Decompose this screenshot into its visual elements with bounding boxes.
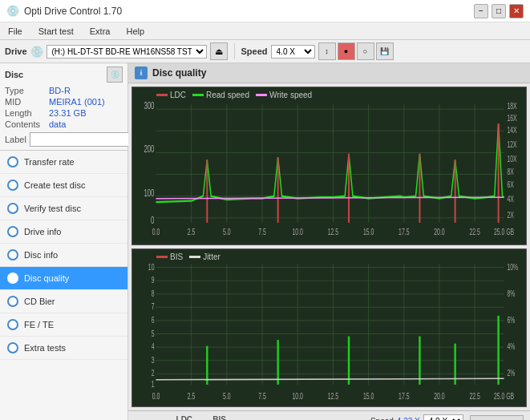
svg-text:6%: 6%	[507, 315, 515, 325]
svg-text:4: 4	[152, 342, 155, 352]
svg-text:1: 1	[152, 379, 155, 389]
svg-text:5: 5	[152, 329, 155, 338]
svg-text:25.0 GB: 25.0 GB	[494, 391, 514, 401]
speed-icon-btn-2[interactable]: ●	[338, 42, 355, 60]
speed-icon-btn-3[interactable]: ○	[357, 42, 374, 60]
drive-selector[interactable]: (H:) HL-DT-ST BD-RE WH16NS58 TST4	[47, 45, 207, 59]
svg-text:10: 10	[148, 262, 155, 272]
speed-icons: ↕ ● ○ 💾	[318, 42, 394, 60]
svg-text:7.5: 7.5	[258, 391, 266, 401]
nav-label-extra-tests: Extra tests	[24, 343, 66, 353]
nav-icon-create-test-disc	[6, 179, 19, 192]
nav-icon-fe-te	[6, 318, 19, 331]
menu-start-test[interactable]: Start test	[35, 25, 77, 38]
svg-text:0.0: 0.0	[152, 227, 160, 236]
disc-type-label: Type	[5, 86, 49, 95]
drive-toolbar-label: Drive	[5, 46, 27, 56]
legend-jitter: Jitter	[189, 252, 220, 261]
disc-label-input[interactable]	[30, 132, 136, 147]
disc-contents-label: Contents	[5, 119, 49, 129]
svg-text:0: 0	[151, 216, 155, 226]
svg-text:8%: 8%	[507, 289, 515, 298]
disc-quality-header: i Disc quality	[128, 63, 530, 83]
nav-item-fe-te[interactable]: FE / TE	[0, 313, 127, 337]
nav-icon-cd-bier	[6, 295, 19, 308]
maximize-button[interactable]: □	[492, 4, 506, 18]
nav-item-cd-bier[interactable]: CD Bier	[0, 290, 127, 313]
nav-label-verify-test-disc: Verify test disc	[24, 204, 81, 213]
chart-bis-legend: BIS Jitter	[156, 252, 220, 261]
nav-item-disc-quality[interactable]: Disc quality	[0, 267, 127, 290]
svg-text:2.5: 2.5	[188, 391, 196, 401]
svg-text:7: 7	[152, 302, 155, 312]
toolbar: Drive 💿 (H:) HL-DT-ST BD-RE WH16NS58 TST…	[0, 40, 530, 63]
legend-bis-label: BIS	[170, 252, 183, 261]
svg-text:12.5: 12.5	[328, 227, 338, 236]
svg-text:20.0: 20.0	[434, 227, 444, 236]
speed-icon-btn-1[interactable]: ↕	[318, 42, 336, 60]
svg-text:15.0: 15.0	[363, 391, 374, 401]
svg-text:10X: 10X	[507, 155, 516, 164]
disc-panel-icon[interactable]: 💿	[107, 67, 123, 83]
speed-selector[interactable]: 4.0 X	[271, 45, 315, 59]
minimize-button[interactable]: −	[474, 4, 488, 18]
speed-selector-stats[interactable]: 4.0 X	[423, 414, 463, 420]
svg-text:25.0 GB: 25.0 GB	[494, 227, 514, 236]
disc-length-label: Length	[5, 108, 49, 118]
svg-text:14X: 14X	[507, 126, 516, 135]
nav-label-cd-bier: CD Bier	[24, 297, 55, 306]
title-bar: 💿 Opti Drive Control 1.70 − □ ✕	[0, 0, 530, 22]
legend-write-speed: Write speed	[256, 91, 312, 99]
nav-label-disc-info: Disc info	[24, 250, 58, 260]
nav-icon-transfer-rate	[6, 155, 19, 168]
nav-item-disc-info[interactable]: Disc info	[0, 244, 127, 267]
nav-item-transfer-rate[interactable]: Transfer rate	[0, 151, 127, 174]
disc-panel-title: Disc	[5, 70, 23, 79]
svg-text:18X: 18X	[507, 102, 516, 111]
disc-panel: Disc 💿 Type BD-R MID MEIRA1 (001) Length…	[0, 63, 127, 151]
start-full-button[interactable]: Start full	[470, 415, 524, 420]
disc-type-value: BD-R	[49, 86, 71, 95]
svg-text:10.0: 10.0	[293, 227, 303, 236]
nav-icon-verify-test-disc	[6, 202, 19, 215]
svg-text:5.0: 5.0	[223, 391, 231, 401]
speed-label: Speed	[370, 417, 394, 420]
legend-read-speed-label: Read speed	[206, 91, 249, 99]
svg-text:0.0: 0.0	[152, 391, 160, 401]
disc-type-row: Type BD-R	[5, 86, 123, 95]
disc-panel-header: Disc 💿	[5, 67, 123, 83]
nav-item-drive-info[interactable]: Drive info	[0, 220, 127, 244]
svg-text:15.0: 15.0	[363, 227, 374, 236]
speed-value: 4.23 X	[397, 417, 420, 420]
nav-item-verify-test-disc[interactable]: Verify test disc	[0, 197, 127, 220]
svg-text:100: 100	[144, 188, 154, 198]
svg-text:10%: 10%	[507, 262, 518, 272]
title-bar-left: 💿 Opti Drive Control 1.70	[6, 5, 122, 17]
menu-extra[interactable]: Extra	[87, 25, 114, 38]
nav-item-extra-tests[interactable]: Extra tests	[0, 337, 127, 360]
drive-section-toolbar: Drive 💿 (H:) HL-DT-ST BD-RE WH16NS58 TST…	[5, 42, 394, 60]
speed-toolbar-label: Speed	[241, 46, 268, 56]
app-icon: 💿	[6, 5, 19, 17]
svg-text:2.5: 2.5	[188, 227, 196, 236]
svg-text:22.5: 22.5	[469, 227, 479, 236]
menu-file[interactable]: File	[5, 25, 26, 38]
stats-table: LDC BIS Avg 0.65 0.01 Max 237	[135, 414, 320, 420]
svg-text:4%: 4%	[507, 342, 515, 352]
sidebar: Disc 💿 Type BD-R MID MEIRA1 (001) Length…	[0, 63, 128, 420]
legend-ldc: LDC	[156, 91, 186, 99]
stats-data-table: LDC BIS Avg 0.65 0.01 Max 237	[135, 414, 235, 420]
col-bis: BIS	[204, 414, 235, 420]
nav-item-create-test-disc[interactable]: Create test disc	[0, 174, 127, 197]
svg-text:2: 2	[152, 369, 155, 378]
col-ldc: LDC	[164, 414, 204, 420]
chart-bis-svg: 10 9 8 7 6 5 4 3 2 1 10% 8% 6% 4% 2%	[132, 249, 526, 406]
menu-help[interactable]: Help	[123, 25, 148, 38]
disc-length-value: 23.31 GB	[49, 108, 86, 118]
eject-button[interactable]: ⏏	[210, 42, 228, 60]
close-button[interactable]: ✕	[509, 4, 524, 18]
legend-jitter-label: Jitter	[203, 252, 220, 261]
main-layout: Disc 💿 Type BD-R MID MEIRA1 (001) Length…	[0, 63, 530, 420]
speed-icon-btn-4[interactable]: 💾	[376, 42, 394, 60]
content-area: i Disc quality LDC Read speed	[128, 63, 530, 420]
